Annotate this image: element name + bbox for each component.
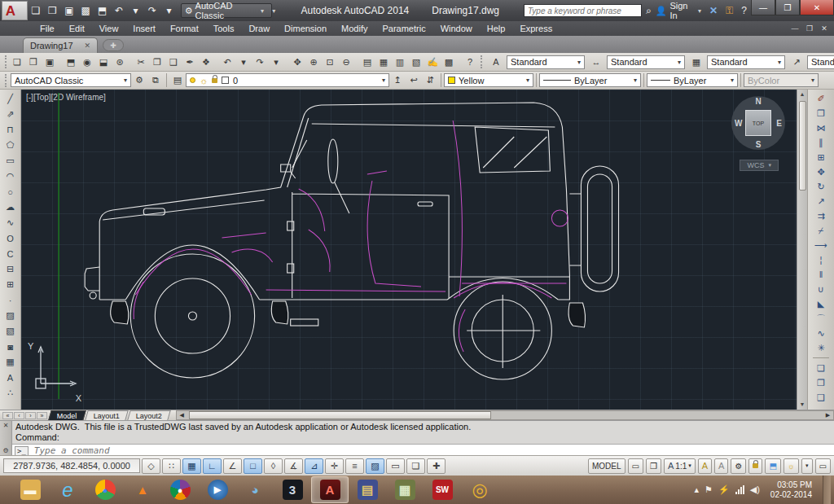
plot-preview-icon[interactable]: ◉ xyxy=(79,55,95,70)
match-properties-icon[interactable]: ✒ xyxy=(182,55,198,70)
menu-tools[interactable]: Tools xyxy=(206,24,242,33)
dynamic-ucs-toggle[interactable]: ⊿ xyxy=(305,458,323,474)
hatch-icon[interactable]: ▨ xyxy=(2,308,20,323)
bring-above-icon[interactable]: ❑ xyxy=(812,390,830,405)
table-icon[interactable]: ▦ xyxy=(2,354,20,370)
layer-properties-icon[interactable]: ▤ xyxy=(169,72,186,88)
save-icon[interactable]: ▣ xyxy=(61,2,77,19)
quick-properties-toggle[interactable]: ▭ xyxy=(386,458,405,474)
open-file-icon[interactable]: ❒ xyxy=(25,55,42,70)
lineweight-toggle[interactable]: ≡ xyxy=(345,458,364,474)
pan-icon[interactable]: ✥ xyxy=(289,55,305,70)
tab-layout2[interactable]: Layout2 xyxy=(127,410,170,420)
sheet-set-manager-icon[interactable]: ▧ xyxy=(408,55,424,70)
break-at-point-icon[interactable]: ¦ xyxy=(812,252,830,267)
menu-window[interactable]: Window xyxy=(433,24,480,33)
menu-draw[interactable]: Draw xyxy=(241,24,277,33)
taskbar-video-editor[interactable]: ▤ xyxy=(349,476,386,503)
minimize-button[interactable]: — xyxy=(751,0,775,15)
publish-icon[interactable]: ⬓ xyxy=(95,55,112,70)
explode-icon[interactable]: ✳ xyxy=(812,340,830,355)
clean-screen-button[interactable]: ▭ xyxy=(815,458,831,474)
viewcube-south[interactable]: S xyxy=(756,140,762,149)
action-center-flag-icon[interactable]: ⚑ xyxy=(705,484,713,495)
menu-help[interactable]: Help xyxy=(480,24,513,33)
style-icon[interactable]: ↔ xyxy=(588,55,604,70)
redo-dropdown-icon[interactable]: ▾ xyxy=(268,55,284,70)
workspace-settings-icon[interactable]: ⚙ xyxy=(131,72,147,88)
erase-icon[interactable]: ✐ xyxy=(812,91,830,106)
zoom-previous-icon[interactable]: ⊖ xyxy=(338,55,354,70)
tray-bulb-icon[interactable]: ☼ xyxy=(784,458,799,474)
insert-block-icon[interactable]: ⊟ xyxy=(2,261,20,277)
power-icon[interactable]: ⚡ xyxy=(718,484,730,495)
workspace-selector[interactable]: AutoCAD Classic▾ xyxy=(11,73,131,87)
tab-close-icon[interactable]: ✕ xyxy=(85,42,91,50)
taskbar-internet-explorer[interactable]: e xyxy=(49,476,86,503)
taskbar-picasa[interactable]: ● xyxy=(161,476,199,503)
app-menu-button[interactable]: A▾ xyxy=(2,1,28,20)
chamfer-icon[interactable]: ◣ xyxy=(812,296,830,311)
toolbar-grip[interactable] xyxy=(5,74,8,87)
linetype-selector[interactable]: ByLayer▾ xyxy=(539,73,641,87)
layout-nav--[interactable]: › xyxy=(25,412,36,419)
paste-icon[interactable]: ❑ xyxy=(165,55,182,70)
plot-icon[interactable]: ⬒ xyxy=(94,2,110,19)
polar-tracking-toggle[interactable]: ∠ xyxy=(223,458,242,474)
trim-icon[interactable]: ⌿ xyxy=(812,223,830,238)
lock-ui-button[interactable] xyxy=(748,458,762,474)
tray-expand-icon[interactable]: ▴ xyxy=(695,484,700,495)
scroll-down-icon[interactable]: ▼ xyxy=(800,400,805,410)
rotate-icon[interactable]: ↻ xyxy=(812,179,830,194)
object-snap-tracking-toggle[interactable]: ∡ xyxy=(284,458,303,474)
taskbar-scanner-app[interactable]: ▦ xyxy=(386,476,424,503)
sign-in-button[interactable]: 👤 Sign In ▾ xyxy=(656,1,705,20)
stretch-icon[interactable]: ⇉ xyxy=(812,208,830,223)
make-block-icon[interactable]: ⊞ xyxy=(2,277,20,292)
viewcube[interactable]: N S E W TOP xyxy=(731,96,785,150)
properties-icon[interactable]: ▤ xyxy=(359,55,375,70)
style-icon[interactable]: A xyxy=(488,55,504,70)
copy-object-icon[interactable]: ❐ xyxy=(812,106,830,121)
point-icon[interactable]: · xyxy=(2,292,20,308)
color-selector[interactable]: Yellow▾ xyxy=(444,73,533,87)
bring-to-front-icon[interactable]: ❏ xyxy=(812,361,830,375)
move-icon[interactable]: ✥ xyxy=(812,164,830,179)
copy-icon[interactable]: ❐ xyxy=(149,55,165,70)
layout-nav--[interactable]: » xyxy=(37,412,47,419)
help-icon[interactable]: ? xyxy=(462,55,478,70)
taskbar-dwg-viewer[interactable]: ◕ xyxy=(236,476,274,503)
taskbar-3ds-max[interactable]: 3 xyxy=(274,476,311,503)
taskbar-gold-disc[interactable]: ◎ xyxy=(461,476,498,503)
offset-icon[interactable]: ∥ xyxy=(812,135,830,150)
object-snap-3d-toggle[interactable]: ◊ xyxy=(264,458,283,474)
help-icon[interactable]: ? xyxy=(741,5,747,16)
zoom-realtime-icon[interactable]: ⊕ xyxy=(305,55,322,70)
new-file-icon[interactable]: ❏ xyxy=(28,2,44,19)
show-desktop-button[interactable] xyxy=(823,476,831,504)
fillet-icon[interactable]: ⌒ xyxy=(812,311,830,326)
menu-dimension[interactable]: Dimension xyxy=(277,24,334,33)
mtext-icon[interactable]: A xyxy=(2,370,20,385)
tab-layout1[interactable]: Layout1 xyxy=(85,410,128,420)
viewcube-east[interactable]: E xyxy=(776,119,782,128)
search-binoculars-icon[interactable]: ⌕ xyxy=(646,5,652,16)
layer-states-icon[interactable]: ⇵ xyxy=(422,72,438,88)
viewcube-west[interactable]: W xyxy=(735,119,742,128)
document-tab-drawing17[interactable]: Drawing17 ✕ xyxy=(23,37,98,53)
selection-cycling-toggle[interactable]: ❏ xyxy=(406,458,425,474)
mirror-icon[interactable]: ⋈ xyxy=(812,121,830,135)
menu-insert[interactable]: Insert xyxy=(125,24,163,33)
doc-minimize-button[interactable]: — xyxy=(788,24,801,33)
workspace-switching-button[interactable]: ⚙ xyxy=(731,458,746,474)
menu-view[interactable]: View xyxy=(92,24,126,33)
annotation-scale-button[interactable]: A 1:1 ▾ xyxy=(664,458,696,474)
viewcube-top-face[interactable]: TOP xyxy=(745,110,771,136)
volume-icon[interactable]: ◀) xyxy=(750,484,760,495)
region-icon[interactable]: ◙ xyxy=(2,339,20,354)
taskbar-vlc[interactable]: ▲ xyxy=(124,476,161,503)
status-menu-arrow[interactable]: ▾ xyxy=(801,458,813,474)
undo-icon[interactable]: ↶ xyxy=(219,55,235,70)
redo-icon[interactable]: ↷ xyxy=(144,2,160,19)
doc-restore-button[interactable]: ❐ xyxy=(803,24,816,33)
